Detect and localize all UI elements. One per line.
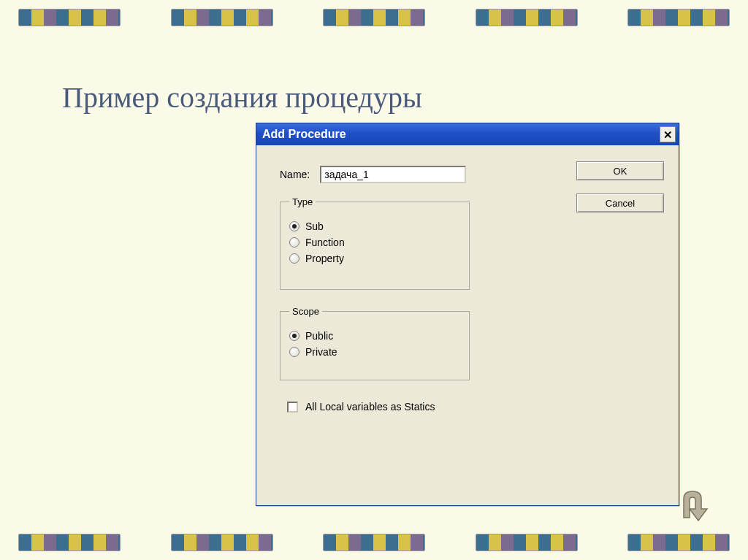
close-icon: ✕ bbox=[663, 129, 673, 140]
decorative-bar bbox=[323, 9, 425, 26]
type-group: Type Sub Function Property bbox=[280, 196, 470, 290]
radio-property[interactable]: Property bbox=[289, 253, 460, 264]
radio-icon bbox=[289, 331, 299, 341]
add-procedure-dialog: Add Procedure ✕ Name: OK Cancel Type Sub… bbox=[256, 123, 679, 506]
radio-function[interactable]: Function bbox=[289, 237, 460, 248]
radio-label: Private bbox=[305, 346, 337, 358]
dialog-body: Name: OK Cancel Type Sub Function Proper… bbox=[256, 145, 679, 427]
return-button[interactable] bbox=[673, 486, 713, 525]
action-buttons: OK Cancel bbox=[576, 161, 664, 212]
statics-label: All Local variables as Statics bbox=[305, 401, 435, 413]
radio-icon bbox=[289, 237, 299, 248]
dialog-title: Add Procedure bbox=[262, 128, 346, 141]
radio-sub[interactable]: Sub bbox=[289, 220, 460, 232]
radio-private[interactable]: Private bbox=[289, 346, 460, 358]
radio-label: Sub bbox=[305, 220, 324, 232]
radio-icon bbox=[289, 347, 299, 357]
decorative-bars-bottom bbox=[0, 534, 748, 551]
radio-label: Public bbox=[305, 330, 333, 342]
decorative-bar bbox=[171, 534, 273, 551]
radio-public[interactable]: Public bbox=[289, 330, 460, 342]
decorative-bars-top bbox=[0, 9, 748, 26]
name-input[interactable] bbox=[320, 166, 466, 183]
u-turn-arrow-icon bbox=[673, 486, 713, 525]
titlebar: Add Procedure ✕ bbox=[256, 123, 679, 145]
close-button[interactable]: ✕ bbox=[660, 126, 676, 142]
name-label: Name: bbox=[280, 169, 310, 180]
radio-label: Property bbox=[305, 253, 344, 264]
type-legend: Type bbox=[289, 196, 316, 207]
scope-legend: Scope bbox=[289, 306, 322, 317]
scope-group: Scope Public Private bbox=[280, 306, 470, 380]
decorative-bar bbox=[323, 534, 425, 551]
decorative-bar bbox=[18, 9, 121, 26]
radio-icon bbox=[289, 253, 299, 264]
ok-button[interactable]: OK bbox=[576, 161, 664, 180]
checkbox-icon bbox=[287, 402, 298, 413]
decorative-bar bbox=[476, 534, 578, 551]
decorative-bar bbox=[476, 9, 578, 26]
decorative-bar bbox=[171, 9, 273, 26]
decorative-bar bbox=[627, 534, 730, 551]
decorative-bar bbox=[18, 534, 121, 551]
cancel-button[interactable]: Cancel bbox=[576, 193, 664, 212]
decorative-bar bbox=[627, 9, 730, 26]
radio-icon bbox=[289, 221, 299, 231]
slide-title: Пример создания процедуры bbox=[62, 80, 422, 115]
radio-label: Function bbox=[305, 237, 345, 248]
statics-row[interactable]: All Local variables as Statics bbox=[287, 401, 664, 413]
